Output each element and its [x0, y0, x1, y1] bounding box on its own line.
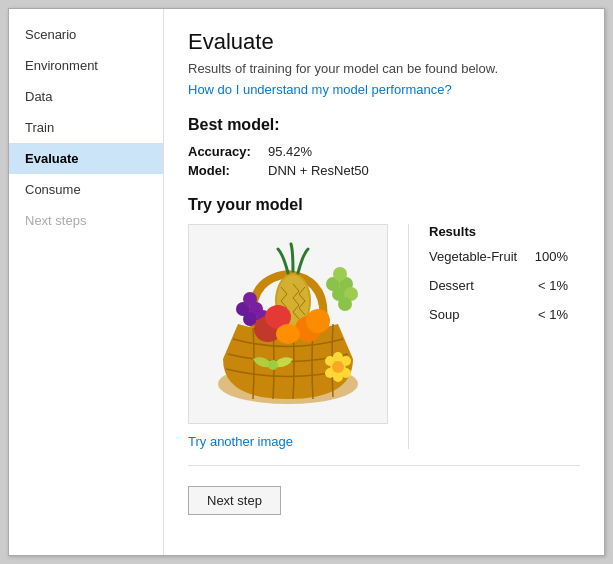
model-label: Model: [188, 163, 268, 178]
svg-point-8 [338, 297, 352, 311]
model-row: Model: DNN + ResNet50 [188, 163, 580, 178]
svg-point-5 [333, 267, 347, 281]
result-value-1: < 1% [538, 278, 568, 293]
accuracy-label: Accuracy: [188, 144, 268, 159]
sidebar-item-environment[interactable]: Environment [9, 50, 163, 81]
svg-point-17 [306, 309, 330, 333]
sidebar: Scenario Environment Data Train Evaluate… [9, 9, 164, 555]
try-model-title: Try your model [188, 196, 580, 214]
try-section: Try another image Results Vegetable-Frui… [188, 224, 580, 449]
fruit-basket-image[interactable] [188, 224, 388, 424]
result-row-1: Dessert < 1% [429, 278, 568, 293]
accuracy-row: Accuracy: 95.42% [188, 144, 580, 159]
divider [188, 465, 580, 466]
svg-point-26 [332, 361, 344, 373]
result-value-2: < 1% [538, 307, 568, 322]
help-link[interactable]: How do I understand my model performance… [188, 82, 452, 97]
results-panel: Results Vegetable-Fruit 100% Dessert < 1… [408, 224, 568, 449]
accuracy-value: 95.42% [268, 144, 312, 159]
result-label-1: Dessert [429, 278, 522, 293]
sidebar-item-data[interactable]: Data [9, 81, 163, 112]
result-row-2: Soup < 1% [429, 307, 568, 322]
sidebar-item-consume[interactable]: Consume [9, 174, 163, 205]
svg-point-18 [276, 324, 300, 344]
app-window: Scenario Environment Data Train Evaluate… [8, 8, 605, 556]
main-content: Evaluate Results of training for your mo… [164, 9, 604, 555]
result-value-0: 100% [535, 249, 568, 264]
subtitle-text: Results of training for your model can b… [188, 61, 580, 76]
sidebar-item-scenario[interactable]: Scenario [9, 19, 163, 50]
page-title: Evaluate [188, 29, 580, 55]
svg-point-27 [268, 360, 278, 370]
image-area: Try another image [188, 224, 388, 449]
result-row-0: Vegetable-Fruit 100% [429, 249, 568, 264]
sidebar-item-train[interactable]: Train [9, 112, 163, 143]
model-value: DNN + ResNet50 [268, 163, 369, 178]
best-model-title: Best model: [188, 116, 580, 134]
next-step-button[interactable]: Next step [188, 486, 281, 515]
svg-point-11 [243, 292, 257, 306]
result-label-2: Soup [429, 307, 522, 322]
result-label-0: Vegetable-Fruit [429, 249, 519, 264]
try-another-image-link[interactable]: Try another image [188, 434, 293, 449]
sidebar-item-evaluate[interactable]: Evaluate [9, 143, 163, 174]
sidebar-item-next-steps: Next steps [9, 205, 163, 236]
best-model-section: Best model: Accuracy: 95.42% Model: DNN … [188, 116, 580, 178]
svg-point-12 [243, 312, 257, 326]
results-title: Results [429, 224, 568, 239]
